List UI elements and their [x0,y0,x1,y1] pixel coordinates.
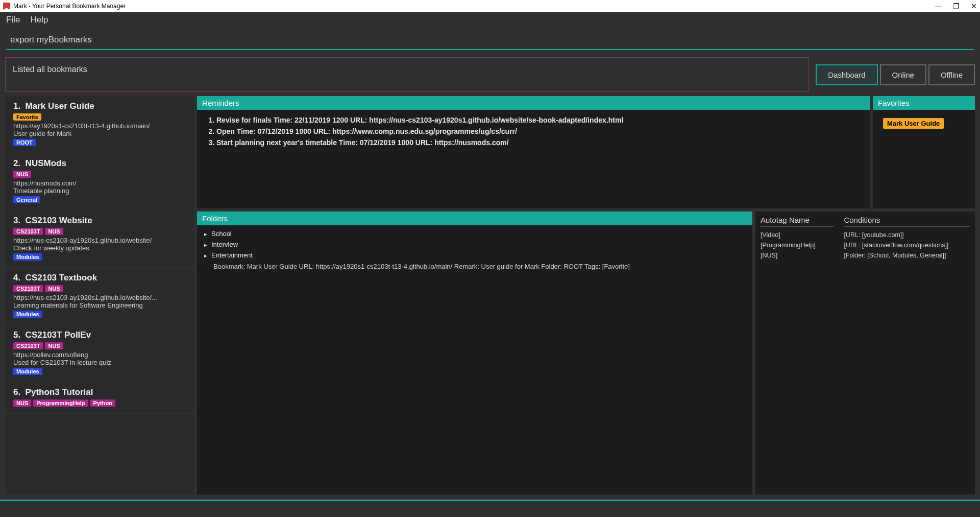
menu-help[interactable]: Help [30,15,48,25]
bookmark-url: https://nus-cs2103-ay1920s1.github.io/we… [13,294,188,301]
command-input[interactable] [6,33,974,50]
folders-panel: Folders SchoolInterviewEntertainmentBook… [197,212,752,495]
folder-node[interactable]: School [202,228,747,239]
reminders-header: Reminders [197,96,870,110]
tab-offline[interactable]: Offline [928,64,975,85]
command-area [0,28,980,53]
favorite-chip[interactable]: Mark User Guide [883,118,944,129]
bookmark-title: 3. CS2103 Website [13,216,188,226]
tag-nus: NUS [45,228,63,235]
tag-modules: Modules [13,253,42,261]
autotag-condition: [URL: [youtube.com]] [844,230,970,240]
tag-nus: NUS [45,342,63,349]
menu-file[interactable]: File [6,15,20,25]
bookmark-item[interactable]: 3. CS2103 WebsiteCS2103TNUShttps://nus-c… [5,210,194,268]
tag-favorite: Favorite [13,113,41,121]
title-bar: Mark - Your Personal Bookmark Manager — … [0,0,980,12]
folders-body[interactable]: SchoolInterviewEntertainmentBookmark: Ma… [197,225,752,495]
tag-modules: Modules [13,368,42,375]
menu-bar: File Help [0,12,980,28]
bookmark-detail: Bookmark: Mark User Guide URL: https://a… [202,261,747,272]
autotag-cond-header: Conditions [844,216,970,227]
bookmark-remark: User guide for Mark [13,130,188,137]
tag-nus: NUS [45,285,63,292]
tag-cs2103t: CS2103T [13,342,43,349]
bookmark-title: 5. CS2103T PollEv [13,330,188,340]
tag-general: General [13,196,40,203]
bottom-border [0,500,980,501]
favorites-panel: Favorites Mark User Guide [873,96,975,208]
tag-modules: Modules [13,311,42,318]
autotag-name: [Video] [761,230,834,240]
autotag-condition: [Folder: [School, Modules, General]] [844,250,970,261]
bookmark-remark: Learning materials for Software Engineer… [13,301,188,309]
bookmark-title: 2. NUSMods [13,158,188,169]
bookmark-remark: Used for CS2103T in-lecture quiz [13,359,188,366]
reminders-panel: Reminders Revise for finals Time: 22/11/… [197,96,870,208]
tag-nus: NUS [13,171,31,178]
bookmark-item[interactable]: 2. NUSModsNUShttps://nusmods.com/Timetab… [5,153,194,210]
bookmark-url: https://nusmods.com/ [13,179,188,187]
bookmark-url: https://ay1920s1-cs2103t-t13-4.github.io… [13,122,188,130]
bookmarks-sidebar[interactable]: 1. Mark User GuideFavoritehttps://ay1920… [5,96,194,495]
autotag-condition: [URL: [stackoverflow.com/questions]] [844,240,970,250]
tag-nus: NUS [13,400,31,407]
app-icon [3,3,10,10]
tabs: Dashboard Online Offline [816,64,975,85]
reminder-item: Revise for finals Time: 22/11/2019 1200 … [216,116,862,124]
bookmark-title: 4. CS2103 Textbook [13,273,188,283]
folders-header: Folders [197,212,752,225]
autotag-name: [ProgrammingHelp] [761,240,834,250]
tag-root: ROOT [13,139,36,146]
tag-cs2103t: CS2103T [13,285,43,292]
bookmark-title: 6. Python3 Tutorial [13,387,188,397]
tag-python: Python [90,400,115,407]
minimize-button[interactable]: — [935,2,942,10]
bookmark-remark: Timetable planning [13,187,188,195]
status-message: Listed all bookmarks [5,57,808,92]
reminders-body[interactable]: Revise for finals Time: 22/11/2019 1200 … [197,110,870,208]
tag-programminghelp: ProgrammingHelp [33,400,88,407]
dashboard: Reminders Revise for finals Time: 22/11/… [197,96,975,495]
favorites-body[interactable]: Mark User Guide [873,110,975,208]
reminder-item: Open Time: 07/12/2019 1000 URL: https://… [216,127,862,135]
autotag-name-header: Autotag Name [761,216,834,227]
bookmark-item[interactable]: 5. CS2103T PollEvCS2103TNUShttps://polle… [5,325,194,382]
favorites-header: Favorites [873,96,975,110]
reminder-item: Start planning next year's timetable Tim… [216,138,862,147]
window-title: Mark - Your Personal Bookmark Manager [13,3,126,10]
maximize-button[interactable]: ❐ [953,2,960,10]
bookmark-remark: Check for weekly updates [13,244,188,252]
autotag-name: [NUS] [761,250,834,261]
bookmark-url: https://nus-cs2103-ay1920s1.github.io/we… [13,237,188,244]
status-row: Listed all bookmarks Dashboard Online Of… [0,53,980,96]
tab-dashboard[interactable]: Dashboard [816,64,877,85]
folder-node[interactable]: Entertainment [202,250,747,261]
tag-cs2103t: CS2103T [13,228,43,235]
bookmark-title: 1. Mark User Guide [13,101,188,111]
autotag-panel: Autotag Name [Video][ProgrammingHelp][NU… [755,212,975,495]
bookmark-item[interactable]: 6. Python3 TutorialNUSProgrammingHelpPyt… [5,382,194,414]
bookmark-item[interactable]: 1. Mark User GuideFavoritehttps://ay1920… [5,96,194,153]
bookmark-url: https://pollev.com/softeng [13,351,188,359]
folder-node[interactable]: Interview [202,239,747,250]
close-button[interactable]: ✕ [971,2,977,10]
tab-online[interactable]: Online [880,64,926,85]
bookmark-item[interactable]: 4. CS2103 TextbookCS2103TNUShttps://nus-… [5,268,194,325]
